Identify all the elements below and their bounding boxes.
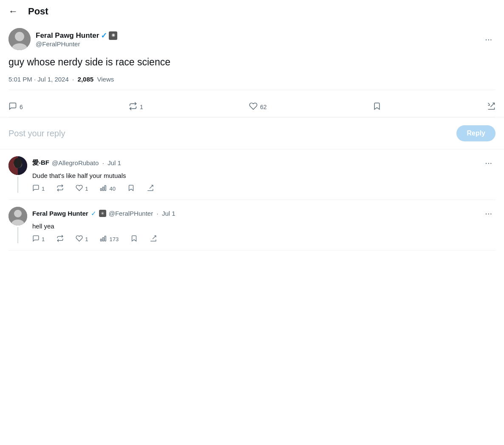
verified-icon: ✓ — [101, 31, 107, 40]
author-name: Feral Pawg Hunter — [36, 31, 99, 40]
comment-icon — [8, 102, 17, 112]
svg-rect-18 — [101, 239, 102, 241]
post-meta: 5:01 PM · Jul 1, 2024 · 2,085 Views — [8, 76, 496, 90]
comment-icon — [32, 184, 40, 193]
author-handle: @FeralPHunter — [36, 40, 117, 48]
reply-author-name: 愛-BF — [32, 159, 49, 167]
reply-comment-button[interactable]: 1 — [32, 184, 45, 193]
svg-line-5 — [488, 103, 490, 105]
svg-rect-13 — [105, 186, 106, 191]
thread-line — [17, 227, 18, 243]
retweet-count: 1 — [140, 104, 143, 110]
svg-line-3 — [490, 103, 494, 107]
reply-views-count: 173 — [109, 236, 119, 242]
reply-more-button[interactable]: ··· — [481, 207, 496, 220]
views-icon — [100, 184, 107, 193]
share-button[interactable] — [487, 102, 496, 112]
reply-actions: 1 1 — [32, 235, 496, 243]
avatar — [8, 156, 27, 175]
verified-icon: ✓ — [91, 210, 96, 217]
reply-left — [8, 207, 27, 243]
reply-author-left: Feral Pawg Hunter ✓ ✳ @FeralPHunter · Ju… — [32, 210, 176, 217]
author-name-row: Feral Pawg Hunter ✓ ✳ — [36, 31, 117, 40]
reply-share-button[interactable] — [150, 235, 157, 243]
thread-line — [17, 177, 18, 193]
main-post: Feral Pawg Hunter ✓ ✳ @FeralPHunter ··· … — [0, 23, 504, 118]
reply-author-left: 愛-BF @AllegroRubato · Jul 1 — [32, 159, 121, 167]
post-text: guy whose nerdy side is race science — [8, 55, 496, 69]
share-icon — [147, 184, 154, 193]
reply-left — [8, 156, 27, 193]
retweet-icon — [57, 184, 64, 193]
svg-rect-19 — [103, 238, 104, 242]
reply-share-button[interactable] — [147, 184, 154, 193]
svg-line-21 — [153, 236, 156, 239]
heart-icon — [76, 235, 83, 243]
reply-input-row: Post your reply Reply — [0, 118, 504, 149]
reply-text: hell yea — [32, 222, 496, 231]
like-count: 62 — [260, 104, 267, 110]
comment-icon — [32, 235, 40, 243]
replies-section: 愛-BF @AllegroRubato · Jul 1 ··· Dude tha… — [0, 149, 504, 251]
avatar — [8, 207, 27, 225]
share-icon — [150, 235, 157, 243]
reply-item: 愛-BF @AllegroRubato · Jul 1 ··· Dude tha… — [8, 149, 496, 200]
like-button[interactable]: 62 — [249, 102, 267, 112]
reply-like-button[interactable]: 1 — [76, 184, 88, 193]
back-button[interactable]: ← — [8, 6, 18, 17]
reply-comment-count: 1 — [42, 186, 45, 192]
author-info: Feral Pawg Hunter ✓ ✳ @FeralPHunter — [36, 31, 117, 48]
bookmark-icon — [373, 102, 381, 112]
reply-content: 愛-BF @AllegroRubato · Jul 1 ··· Dude tha… — [32, 156, 496, 193]
svg-point-10 — [14, 158, 22, 168]
reply-author-name: Feral Pawg Hunter — [32, 210, 88, 217]
reply-bookmark-button[interactable] — [130, 235, 138, 243]
reply-item: Feral Pawg Hunter ✓ ✳ @FeralPHunter · Ju… — [8, 200, 496, 251]
special-badge-icon: ✳ — [99, 210, 106, 217]
svg-rect-11 — [101, 189, 102, 191]
heart-icon — [76, 184, 83, 193]
reply-placeholder[interactable]: Post your reply — [8, 129, 65, 138]
reply-like-button[interactable]: 1 — [76, 235, 88, 243]
reply-like-count: 1 — [85, 236, 88, 242]
svg-point-1 — [15, 32, 24, 41]
reply-views-count: 40 — [109, 186, 115, 192]
reply-author-row: Feral Pawg Hunter ✓ ✳ @FeralPHunter · Ju… — [32, 207, 496, 220]
bookmark-icon — [130, 235, 138, 243]
reply-like-count: 1 — [85, 186, 88, 192]
reply-retweet-button[interactable] — [57, 235, 64, 243]
reply-bookmark-button[interactable] — [127, 184, 135, 193]
svg-line-14 — [150, 185, 153, 189]
reply-handle-date: @FeralPHunter · Jul 1 — [109, 210, 176, 217]
svg-rect-12 — [103, 187, 104, 191]
reply-views-button[interactable]: 173 — [100, 235, 119, 243]
reply-comment-button[interactable]: 1 — [32, 235, 45, 243]
reply-content: Feral Pawg Hunter ✓ ✳ @FeralPHunter · Ju… — [32, 207, 496, 243]
reply-actions: 1 1 — [32, 184, 496, 193]
views-count: 2,085 — [78, 76, 94, 83]
svg-point-16 — [14, 210, 22, 217]
header: ← Post — [0, 0, 504, 23]
reply-text: Dude that's like half your mutuals — [32, 171, 496, 180]
comment-count: 6 — [20, 104, 23, 110]
reply-retweet-button[interactable] — [57, 184, 64, 193]
page-title: Post — [28, 6, 48, 17]
reply-author-row: 愛-BF @AllegroRubato · Jul 1 ··· — [32, 156, 496, 169]
reply-comment-count: 1 — [42, 236, 45, 242]
views-icon — [100, 235, 107, 243]
retweet-button[interactable]: 1 — [129, 102, 143, 112]
comment-button[interactable]: 6 — [8, 102, 23, 112]
reply-views-button[interactable]: 40 — [100, 184, 115, 193]
reply-more-button[interactable]: ··· — [481, 156, 496, 169]
views-label: Views — [97, 76, 114, 83]
bookmark-button[interactable] — [373, 102, 381, 112]
reply-button[interactable]: Reply — [456, 125, 496, 141]
heart-icon — [249, 102, 258, 112]
share-icon — [487, 102, 496, 112]
special-badge-icon: ✳ — [109, 31, 117, 40]
post-author-left: Feral Pawg Hunter ✓ ✳ @FeralPHunter — [8, 28, 117, 50]
avatar — [8, 28, 31, 50]
post-timestamp: 5:01 PM · Jul 1, 2024 — [8, 76, 69, 83]
more-options-button[interactable]: ··· — [481, 33, 496, 46]
svg-rect-20 — [105, 236, 106, 241]
